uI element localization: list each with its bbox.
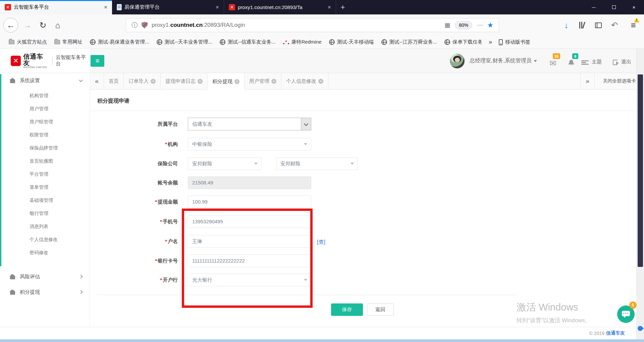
globe-icon	[329, 39, 335, 45]
scrollbar-thumb[interactable]	[638, 74, 643, 267]
tab-close-icon[interactable]: ×	[103, 4, 109, 11]
bookmarks-overflow-button[interactable]: »	[489, 39, 492, 46]
sidebar-item-profile-edit[interactable]: 个人信息修改	[0, 233, 90, 246]
bookmark-item[interactable]: 测试-天丰移动端	[329, 39, 374, 45]
sidebars-button[interactable]	[592, 19, 605, 31]
bookmark-item[interactable]: 火狐官方站点	[9, 39, 47, 45]
bookmark-item[interactable]: 测试--信通车友业务...	[220, 39, 276, 45]
sidebar-item-user-mgmt[interactable]: 用户管理	[0, 102, 90, 115]
brand-text: 信通车友 XINTONG CHEYOU	[23, 53, 49, 68]
app-logo[interactable]: ✕ 信通车友 XINTONG CHEYOU 云智能车务平台	[0, 49, 90, 73]
new-tab-button[interactable]: +	[336, 0, 350, 14]
browser-tab-2[interactable]: 易保通管理平台 ×	[112, 0, 224, 14]
platform-select[interactable]: 信通车友	[188, 118, 311, 130]
save-button[interactable]: 保存	[331, 303, 363, 316]
bookmark-item[interactable]: 移动版书签	[499, 39, 530, 45]
bookmark-star-icon[interactable]: ★	[487, 21, 493, 29]
sidebar-item-usergroup-mgmt[interactable]: 用户组管理	[0, 115, 90, 128]
library-button[interactable]	[576, 19, 589, 31]
footer-brand-link[interactable]: 信通车友	[606, 330, 625, 336]
sidebar-item-org-mgmt[interactable]: 机构管理	[0, 89, 90, 102]
tab-close-icon[interactable]: ×	[214, 4, 220, 11]
bank-select[interactable]: 光大银行	[188, 274, 311, 286]
tab-close-icon[interactable]: ×	[326, 4, 332, 11]
app-tab-points-withdraw[interactable]: 积分提现×	[208, 73, 245, 90]
amount-input[interactable]	[192, 196, 307, 208]
logout-button[interactable]: 退出	[621, 59, 631, 65]
sidebar-group-risk-assessment[interactable]: 风险评估	[0, 269, 90, 284]
back-button[interactable]: ←	[3, 18, 18, 33]
qr-extension-icon[interactable]: ▦	[444, 21, 450, 29]
bookmark-item[interactable]: 测试--江苏万舜业务...	[381, 39, 437, 45]
app-tab-order-import[interactable]: 订单导入×	[124, 73, 161, 89]
messages-button[interactable]: ✉	[549, 59, 556, 68]
home-button[interactable]: ⌂	[50, 18, 65, 33]
user-roles-dropdown[interactable]: 总经理室,财务,系统管理员	[470, 57, 537, 64]
close-button[interactable]: ×	[624, 0, 644, 14]
org-select[interactable]: 中银保险	[188, 138, 311, 151]
app-menu-button[interactable]: ≡	[627, 19, 640, 31]
sidebar-group-system-settings[interactable]: 系统设置	[0, 73, 90, 88]
sidebar-toggle-button[interactable]: ≡	[91, 55, 104, 67]
account-name-input[interactable]	[192, 236, 307, 247]
tabs-scroll-right-button[interactable]: »	[580, 73, 594, 89]
avatar[interactable]	[450, 54, 465, 68]
field-label: 所属平台	[90, 118, 178, 130]
sidebar-item-platform-mgmt[interactable]: 平台管理	[0, 168, 90, 181]
sidebar-group-points-withdraw[interactable]: 积分提现	[0, 285, 90, 299]
sidebar-item-password-change[interactable]: 密码修改	[0, 246, 90, 259]
bookmark-item[interactable]: 测试-易保通业务管理...	[90, 39, 149, 45]
forward-button[interactable]: →	[20, 18, 35, 33]
site-info-icon[interactable]: ⓘ	[131, 21, 138, 29]
app-tab-profile-edit[interactable]: 个人信息修改×	[281, 73, 328, 89]
tab-title: 易保通管理平台	[124, 4, 212, 10]
bookmark-item[interactable]: 保单下载任务	[444, 39, 481, 45]
bookmark-item[interactable]: 测试--天丰业务管理...	[157, 39, 213, 45]
lookup-link[interactable]: [查]	[317, 239, 325, 246]
tabs-scroll-left-button[interactable]: «	[90, 73, 104, 89]
app-tab-home[interactable]: 首页	[104, 73, 124, 89]
tab-close-icon[interactable]: ×	[198, 79, 203, 84]
theme-button[interactable]: 主题	[592, 59, 602, 65]
sidebar-item-bank-mgmt[interactable]: 银行管理	[0, 207, 90, 220]
tab-close-icon[interactable]: ×	[234, 79, 239, 84]
page-zoom-indicator[interactable]: 80%	[455, 21, 472, 29]
blocked-plugin-icon[interactable]	[142, 22, 148, 28]
browser-tab-1[interactable]: ✕ 云智能车务平台 ×	[0, 0, 112, 14]
tab-close-icon[interactable]: ×	[151, 79, 156, 84]
reload-button[interactable]: ↻	[36, 18, 50, 33]
tab-close-icon[interactable]: ×	[318, 79, 323, 84]
undo-button[interactable]: ↶	[608, 19, 621, 31]
maximize-button[interactable]	[604, 0, 624, 14]
app-tab-withdraw-log[interactable]: 提现申请日志×	[161, 73, 208, 89]
sidebar: 系统设置 机构管理 用户管理 用户组管理 权限管理 保险品牌管理 首页轮播图 平…	[0, 73, 90, 327]
minimize-button[interactable]: ─	[584, 0, 604, 14]
phone-input[interactable]	[192, 216, 307, 227]
downloads-button[interactable]: ↓	[559, 19, 573, 31]
bookmark-label: 测试--天丰业务管理...	[165, 39, 213, 45]
sidebar-item-menu-mgmt[interactable]: 菜单管理	[0, 181, 90, 194]
bookmark-item[interactable]: 常用网址	[54, 39, 83, 45]
insurer-select-2[interactable]: 安邦财险	[276, 157, 358, 170]
page-actions-icon[interactable]: ⋯	[477, 21, 483, 29]
tab-title: 云智能车务平台	[14, 4, 100, 10]
tab-label: 个人信息修改	[286, 78, 316, 84]
sidebar-item-home-carousel[interactable]: 首页轮播图	[0, 155, 90, 168]
url-bar[interactable]: ⓘ proxy1.countnet.cn:20893/RA/Login ▦ 80…	[126, 18, 499, 32]
bookmark-item[interactable]: 康特Redmine	[283, 39, 322, 45]
sidebar-item-basic-item-mgmt[interactable]: 基础项管理	[0, 194, 90, 207]
sidebar-item-insurance-brand-mgmt[interactable]: 保险品牌管理	[0, 141, 90, 155]
browser-tab-3[interactable]: ✕ proxy1.countnet.cn:20893/Ta ×	[224, 0, 336, 14]
tab-close-icon[interactable]: ×	[271, 79, 276, 84]
vertical-scrollbar[interactable]	[636, 49, 644, 339]
back-button-form[interactable]: 返回	[367, 303, 394, 316]
windows-activation-watermark: 激活 Windows 转到“设置”以激活 Windows。	[517, 301, 591, 324]
app-tab-user-mgmt[interactable]: 用户管理×	[245, 73, 281, 89]
sidebar-item-message-list[interactable]: 消息列表	[0, 220, 90, 233]
chevron-right-icon	[79, 275, 83, 278]
card-no-input[interactable]	[192, 255, 307, 267]
notifications-button[interactable]: 🔔︎	[568, 59, 575, 67]
copyright-text: © 2019	[589, 331, 604, 336]
insurer-select-1[interactable]: 安邦财险	[188, 157, 262, 170]
sidebar-item-permission-mgmt[interactable]: 权限管理	[0, 128, 90, 141]
